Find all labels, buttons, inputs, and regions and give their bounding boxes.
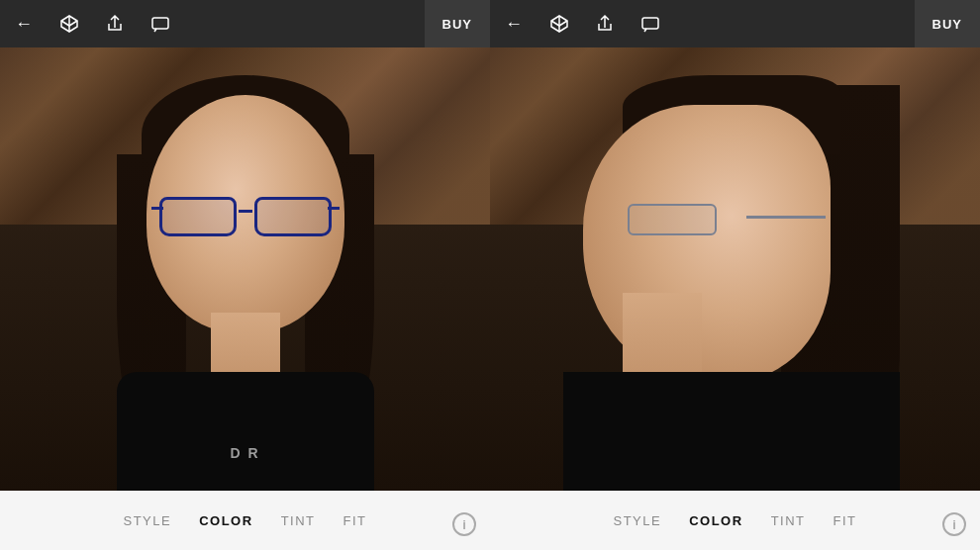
glasses-left <box>151 192 340 241</box>
tab-fit-left[interactable]: FIT <box>343 513 367 528</box>
tab-fit-right[interactable]: FIT <box>833 513 857 528</box>
glasses-bridge-left <box>239 210 252 213</box>
svg-rect-3 <box>642 18 658 29</box>
glasses-side-frame <box>628 204 717 235</box>
toolbar-left: ← BUY <box>0 0 490 47</box>
info-button-right[interactable]: i <box>942 512 966 536</box>
glasses-arm-right <box>328 207 340 210</box>
bottom-bar-right: STYLE COLOR TINT FIT i <box>490 491 980 550</box>
buy-button-left[interactable]: BUY <box>425 0 490 47</box>
panel-left: ← BUY <box>0 0 490 550</box>
message-button-right[interactable] <box>637 10 664 38</box>
shirt-text-left: D R <box>230 445 259 461</box>
glasses-side-arm <box>746 216 826 219</box>
3d-view-button-left[interactable] <box>55 10 83 38</box>
share-button-right[interactable] <box>591 10 619 38</box>
face-silhouette-left: D R <box>107 75 384 491</box>
tab-tint-right[interactable]: TINT <box>771 513 806 528</box>
glasses-frame-left <box>159 197 237 236</box>
face-background-left: D R <box>0 47 490 491</box>
info-button-left[interactable]: i <box>452 512 476 536</box>
bottom-bar-left: STYLE COLOR TINT FIT i <box>0 491 490 550</box>
image-area-left: D R <box>0 47 490 491</box>
tab-color-right[interactable]: COLOR <box>689 513 742 528</box>
panel-right: ← BUY <box>490 0 980 550</box>
face-oval-side <box>583 105 831 382</box>
face-background-right <box>490 47 980 491</box>
toolbar-right: ← BUY <box>490 0 980 47</box>
glasses-frame-right <box>254 197 332 236</box>
message-button-left[interactable] <box>147 10 174 38</box>
image-area-right <box>490 47 980 491</box>
glasses-side <box>608 204 826 238</box>
tab-tint-left[interactable]: TINT <box>281 513 316 528</box>
3d-view-button-right[interactable] <box>545 10 573 38</box>
svg-rect-1 <box>152 18 168 29</box>
back-button-right[interactable]: ← <box>500 10 528 38</box>
shirt-left: D R <box>117 372 374 491</box>
tab-style-right[interactable]: STYLE <box>613 513 661 528</box>
back-button-left[interactable]: ← <box>10 10 38 38</box>
tab-color-left[interactable]: COLOR <box>199 513 252 528</box>
share-button-left[interactable] <box>101 10 129 38</box>
buy-button-right[interactable]: BUY <box>915 0 980 47</box>
shirt-side <box>563 372 900 491</box>
face-side-profile <box>563 75 900 491</box>
tab-style-left[interactable]: STYLE <box>123 513 171 528</box>
